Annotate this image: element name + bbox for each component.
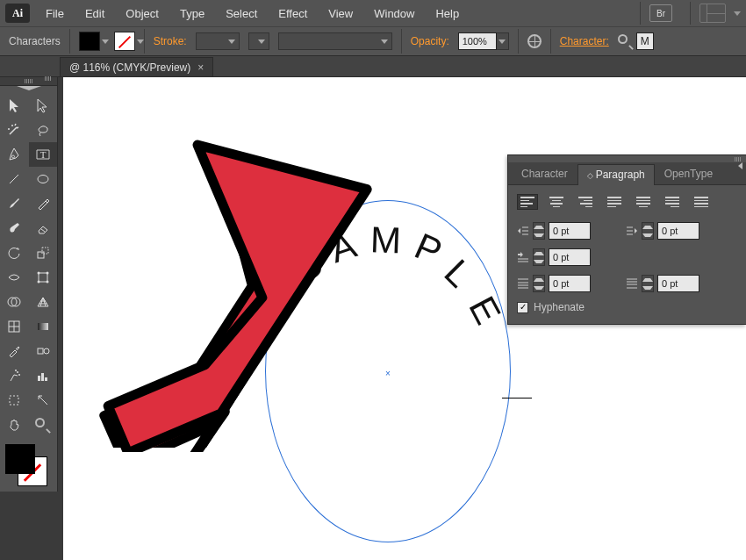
document-tab-bar: @ 116% (CMYK/Preview) × [0,56,746,77]
left-indent-field[interactable]: 0 pt [517,222,591,240]
justify-all-button[interactable] [691,194,712,210]
svg-point-2 [38,176,48,183]
hand-tool[interactable] [0,413,29,437]
stepper[interactable] [642,275,654,292]
svg-point-8 [37,281,39,284]
lasso-tool[interactable] [29,118,58,142]
svg-point-17 [18,374,20,376]
align-left-button[interactable] [517,194,538,210]
collapse-toggle-icon[interactable] [0,86,57,93]
opacity-dropdown[interactable] [497,32,509,50]
zoom-tool[interactable] [29,413,58,437]
right-indent-icon [626,226,638,236]
type-tool[interactable]: T [29,142,58,167]
scale-tool[interactable] [29,241,58,265]
blend-tool[interactable] [29,339,58,363]
artboard-tool[interactable] [0,388,29,413]
svg-point-18 [15,370,17,371]
stepper[interactable] [533,248,545,266]
chevron-down-icon [258,39,265,44]
text-caret [502,398,532,398]
ellipse-tool[interactable] [29,167,58,191]
opacity-input[interactable]: 100% [458,32,497,50]
space-before-input[interactable]: 0 pt [549,275,591,292]
tab-opentype[interactable]: OpenType [655,163,722,184]
menu-file[interactable]: File [37,4,73,24]
hyphenate-checkbox[interactable]: ✓ [517,302,528,313]
symbol-sprayer-tool[interactable] [0,363,29,388]
tab-paragraph[interactable]: ◇Paragraph [577,164,655,185]
paintbrush-tool[interactable] [0,191,29,216]
justify-center-button[interactable] [633,194,654,210]
chevron-down-icon [499,39,506,44]
free-transform-tool[interactable] [29,265,58,290]
menu-window[interactable]: Window [365,4,423,24]
line-segment-tool[interactable] [0,167,29,191]
eyedropper-tool[interactable] [0,339,29,363]
width-tool[interactable] [0,265,29,290]
slice-tool[interactable] [29,388,58,413]
app-logo: Ai [5,4,30,23]
stepper[interactable] [533,222,545,240]
space-after-input[interactable]: 0 pt [657,275,699,292]
tab-character[interactable]: Character [512,163,577,184]
column-graph-tool[interactable] [29,363,58,388]
menu-view[interactable]: View [319,4,362,24]
brush-definition-dropdown[interactable] [278,32,392,50]
stroke-color-swatch[interactable] [114,32,135,51]
pen-tool[interactable] [0,142,29,167]
first-line-indent-field[interactable]: 0 pt [517,248,591,266]
svg-rect-20 [41,373,44,381]
stepper[interactable] [533,275,545,292]
svg-rect-13 [38,323,48,330]
menu-effect[interactable]: Effect [269,4,316,24]
rotate-tool[interactable] [0,241,29,265]
document-tab[interactable]: @ 116% (CMYK/Preview) × [60,57,213,76]
menu-help[interactable]: Help [427,4,468,24]
first-line-indent-input[interactable]: 0 pt [549,248,591,266]
menu-divider [690,2,691,25]
perspective-grid-tool[interactable] [29,290,58,314]
menu-type[interactable]: Type [171,4,213,24]
opacity-label[interactable]: Opacity: [411,35,449,47]
pencil-tool[interactable] [29,191,58,216]
menu-select[interactable]: Select [217,4,266,24]
font-family-field[interactable]: M [636,32,654,50]
stroke-label[interactable]: Stroke: [154,35,187,47]
svg-rect-5 [39,273,47,282]
menu-edit[interactable]: Edit [76,4,113,24]
panel-collapse-icon[interactable] [738,162,742,169]
justify-right-button[interactable] [662,194,683,210]
variable-width-dropdown[interactable] [248,32,269,50]
left-indent-input[interactable]: 0 pt [549,222,591,240]
align-center-button[interactable] [546,194,567,210]
bridge-button[interactable]: Br [649,4,672,22]
close-icon[interactable]: × [197,61,204,74]
gradient-tool[interactable] [29,314,58,339]
blob-brush-tool[interactable] [0,216,29,241]
direct-selection-tool[interactable] [29,93,58,118]
mesh-tool[interactable] [0,314,29,339]
space-before-field[interactable]: 0 pt [517,275,591,292]
right-indent-field[interactable]: 0 pt [626,222,699,240]
fill-chip[interactable] [5,444,35,474]
fill-color-swatch[interactable] [79,32,100,51]
menu-object[interactable]: Object [117,4,168,24]
magic-wand-tool[interactable] [0,118,29,142]
space-after-field[interactable]: 0 pt [626,275,699,292]
panel-grip-icon[interactable] [508,155,746,162]
selection-tool[interactable] [0,93,29,118]
right-indent-input[interactable]: 0 pt [657,222,699,240]
svg-rect-19 [38,376,40,381]
eraser-tool[interactable] [29,216,58,241]
recolor-artwork-icon[interactable] [527,34,542,48]
stepper[interactable] [642,222,654,240]
stroke-weight-dropdown[interactable] [196,32,240,50]
arrange-documents-button[interactable] [699,4,741,23]
svg-rect-4 [42,248,48,254]
fill-stroke-chips[interactable] [0,441,57,492]
shape-builder-tool[interactable] [0,290,29,314]
align-right-button[interactable] [575,194,596,210]
justify-left-button[interactable] [604,194,625,210]
character-panel-link[interactable]: Character: [560,35,609,47]
